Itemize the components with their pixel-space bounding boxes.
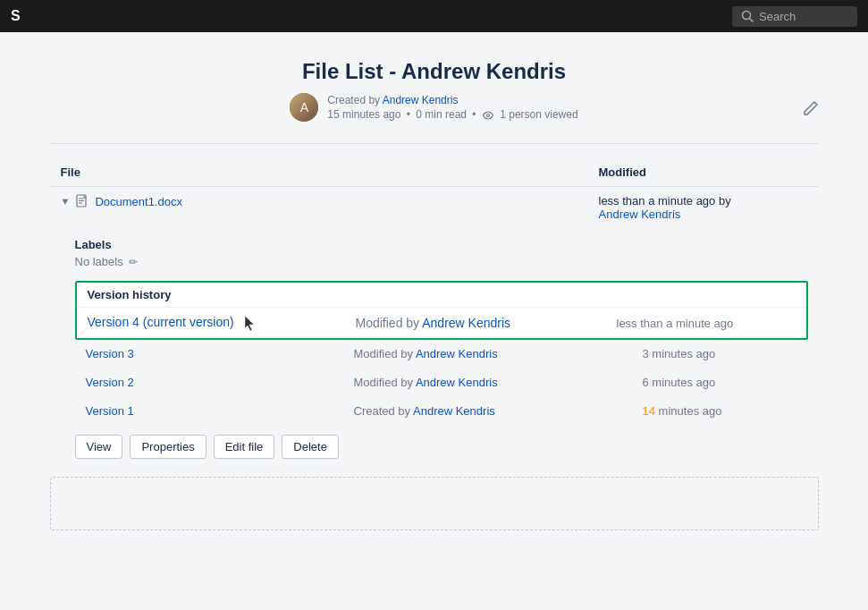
cursor-icon [243, 314, 256, 332]
main-content: File List - Andrew Kendris A Created by … [32, 32, 837, 548]
created-by-label: Created by Andrew Kendris [327, 94, 577, 106]
action-buttons-row: View Properties Edit file Delete [50, 426, 819, 468]
topnav: S [0, 0, 868, 32]
file-row: ▼ Document1.docx less than a minute a [50, 187, 819, 229]
version-4-modified: Modified by Andrew Kendris [356, 316, 617, 330]
version-3-link[interactable]: Version 3 [86, 347, 134, 360]
meta-details: 15 minutes ago • 0 min read • 1 person v… [327, 108, 577, 121]
version-row-current: Version 4 (current version) [77, 307, 806, 338]
edit-file-button[interactable]: Edit file [214, 435, 275, 459]
version-row-2: Version 2 Modified by Andrew Kendris 6 m… [75, 369, 808, 397]
version-1-link[interactable]: Version 1 [86, 404, 134, 418]
version-3-time: 3 minutes ago [632, 340, 808, 369]
version-table: Version 3 Modified by Andrew Kendris 3 m… [75, 340, 808, 426]
version-2-link[interactable]: Version 2 [86, 376, 134, 389]
version-1-time-orange: 14 [643, 404, 655, 418]
page-title: File List - Andrew Kendris [50, 59, 819, 84]
modified-by-link[interactable]: Andrew Kendris [599, 208, 681, 221]
document-icon [75, 194, 89, 208]
version-4-time: less than a minute ago [617, 317, 796, 330]
col-header-modified: Modified [588, 158, 819, 187]
modified-prefix-1: Created by [354, 404, 411, 418]
modified-prefix-3: Modified by [354, 347, 413, 360]
version-4-link[interactable]: Version 4 (current version) [88, 315, 234, 329]
avatar-image: A [290, 93, 318, 122]
svg-marker-7 [245, 316, 254, 331]
modified-time: less than a minute [599, 194, 694, 208]
version-2-author-link[interactable]: Andrew Kendris [416, 376, 498, 389]
viewers-count: 1 person viewed [500, 108, 577, 121]
app-logo: S [11, 8, 21, 24]
file-name-cell: ▼ Document1.docx [50, 187, 588, 229]
action-buttons: View Properties Edit file Delete [50, 426, 819, 468]
search-input[interactable] [759, 10, 848, 23]
svg-line-1 [750, 19, 754, 22]
version-1-time-suffix: minutes ago [659, 404, 722, 418]
no-labels: No labels ✏ [75, 255, 808, 268]
file-modified-cell: less than a minute ago by Andrew Kendris [588, 187, 819, 229]
read-time: 0 min read [416, 108, 467, 121]
delete-button[interactable]: Delete [282, 435, 339, 459]
avatar: A [290, 93, 318, 122]
version-row-3: Version 3 Modified by Andrew Kendris 3 m… [75, 340, 808, 369]
labels-row: Labels No labels ✏ [50, 229, 819, 275]
svg-point-2 [486, 114, 489, 116]
view-button[interactable]: View [75, 435, 123, 459]
version-1-author-link[interactable]: Andrew Kendris [413, 404, 495, 418]
properties-button[interactable]: Properties [130, 435, 206, 459]
version-history-section: Version history Version 4 (current versi… [50, 274, 819, 426]
search-box[interactable] [732, 6, 857, 27]
version-history-title: Version history [77, 283, 806, 307]
time-ago: 15 minutes ago [327, 108, 400, 121]
file-name-link[interactable]: Document1.docx [95, 195, 182, 208]
version-2-modified: Modified by Andrew Kendris [343, 369, 632, 397]
divider [50, 143, 819, 144]
labels-title: Labels [75, 238, 808, 251]
expand-button[interactable]: ▼ [61, 196, 71, 207]
viewers-icon [482, 111, 494, 120]
version-history-row: Version history Version 4 (current versi… [50, 274, 819, 426]
author-link[interactable]: Andrew Kendris [383, 94, 459, 106]
edit-labels-icon[interactable]: ✏ [129, 256, 138, 268]
col-header-file: File [50, 158, 588, 187]
labels-section: Labels No labels ✏ [50, 229, 819, 274]
file-table: File Modified ▼ [50, 158, 819, 468]
author-meta: A Created by Andrew Kendris 15 minutes a… [50, 93, 819, 122]
edit-page-icon[interactable] [803, 100, 819, 119]
author-info: Created by Andrew Kendris 15 minutes ago… [327, 94, 577, 121]
version-row-1: Version 1 Created by Andrew Kendris 14 m… [75, 397, 808, 426]
modified-prefix-4: Modified by [356, 316, 420, 330]
version-4-author-link[interactable]: Andrew Kendris [422, 316, 510, 330]
modified-prefix-2: Modified by [354, 376, 413, 389]
version-3-modified: Modified by Andrew Kendris [343, 340, 632, 369]
version-3-author-link[interactable]: Andrew Kendris [416, 347, 498, 360]
bottom-gray-area [50, 477, 819, 530]
version-1-time: 14 minutes ago [632, 397, 808, 426]
version-2-time: 6 minutes ago [632, 369, 808, 397]
no-labels-text: No labels [75, 255, 123, 268]
search-icon [741, 10, 754, 22]
version-1-modified: Created by Andrew Kendris [343, 397, 632, 426]
version-highlight-box: Version history Version 4 (current versi… [75, 281, 808, 340]
modified-suffix: ago by [696, 194, 731, 208]
